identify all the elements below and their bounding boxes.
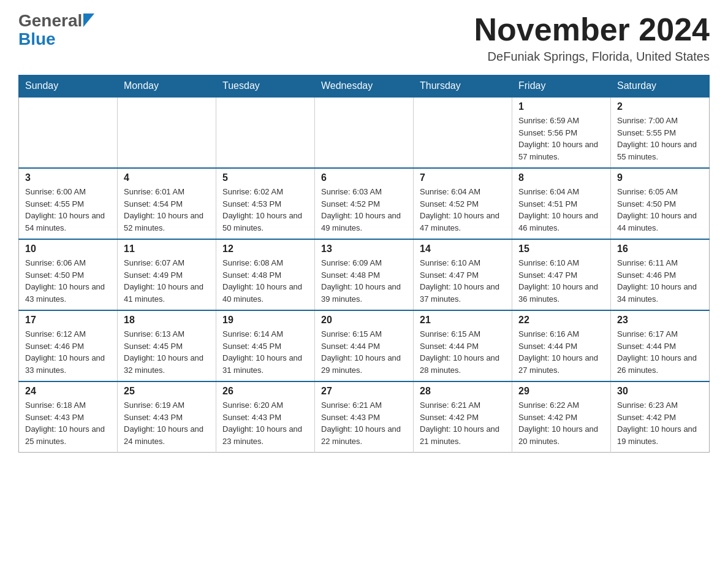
calendar-cell: 28Sunrise: 6:21 AMSunset: 4:42 PMDayligh…	[414, 381, 512, 453]
day-info: Sunrise: 6:59 AMSunset: 5:56 PMDaylight:…	[518, 115, 604, 163]
day-number: 2	[617, 101, 703, 112]
day-number: 22	[518, 315, 604, 326]
title-area: November 2024 DeFuniak Springs, Florida,…	[474, 12, 710, 64]
calendar-cell: 8Sunrise: 6:04 AMSunset: 4:51 PMDaylight…	[512, 168, 611, 239]
day-info: Sunrise: 6:19 AMSunset: 4:43 PMDaylight:…	[124, 399, 210, 447]
calendar-cell: 9Sunrise: 6:05 AMSunset: 4:50 PMDaylight…	[611, 168, 710, 239]
calendar-cell: 14Sunrise: 6:10 AMSunset: 4:47 PMDayligh…	[414, 239, 512, 310]
day-info: Sunrise: 6:09 AMSunset: 4:48 PMDaylight:…	[321, 257, 407, 305]
calendar-cell: 20Sunrise: 6:15 AMSunset: 4:44 PMDayligh…	[315, 310, 414, 381]
day-number: 7	[420, 172, 506, 183]
day-number: 21	[420, 315, 506, 326]
day-number: 9	[617, 172, 703, 183]
day-info: Sunrise: 6:03 AMSunset: 4:52 PMDaylight:…	[321, 186, 407, 234]
location-subtitle: DeFuniak Springs, Florida, United States	[474, 50, 710, 64]
calendar-week-row: 1Sunrise: 6:59 AMSunset: 5:56 PMDaylight…	[19, 97, 710, 168]
day-number: 14	[420, 243, 506, 255]
day-info: Sunrise: 6:04 AMSunset: 4:52 PMDaylight:…	[420, 186, 506, 234]
calendar-header-wednesday: Wednesday	[315, 75, 414, 98]
calendar-cell: 27Sunrise: 6:21 AMSunset: 4:43 PMDayligh…	[315, 381, 414, 453]
logo-general-text: General	[18, 12, 82, 29]
calendar-cell: 6Sunrise: 6:03 AMSunset: 4:52 PMDaylight…	[315, 168, 414, 239]
calendar-cell: 3Sunrise: 6:00 AMSunset: 4:55 PMDaylight…	[19, 168, 118, 239]
calendar-cell: 17Sunrise: 6:12 AMSunset: 4:46 PMDayligh…	[19, 310, 118, 381]
calendar-cell: 23Sunrise: 6:17 AMSunset: 4:44 PMDayligh…	[611, 310, 710, 381]
day-info: Sunrise: 6:05 AMSunset: 4:50 PMDaylight:…	[617, 186, 703, 234]
day-number: 16	[617, 243, 703, 255]
day-number: 25	[124, 386, 210, 397]
calendar-cell	[315, 97, 414, 168]
calendar-cell: 16Sunrise: 6:11 AMSunset: 4:46 PMDayligh…	[611, 239, 710, 310]
calendar-cell: 26Sunrise: 6:20 AMSunset: 4:43 PMDayligh…	[216, 381, 315, 453]
calendar-cell: 25Sunrise: 6:19 AMSunset: 4:43 PMDayligh…	[118, 381, 216, 453]
svg-marker-0	[83, 13, 94, 27]
day-number: 5	[222, 172, 308, 183]
day-number: 29	[518, 386, 604, 397]
calendar-header-sunday: Sunday	[19, 75, 118, 98]
header: General Blue November 2024 DeFuniak Spri…	[18, 12, 710, 64]
day-info: Sunrise: 6:16 AMSunset: 4:44 PMDaylight:…	[518, 328, 604, 376]
logo-arrow-icon	[83, 13, 94, 27]
day-info: Sunrise: 6:13 AMSunset: 4:45 PMDaylight:…	[124, 328, 210, 376]
day-number: 6	[321, 172, 407, 183]
day-info: Sunrise: 6:21 AMSunset: 4:43 PMDaylight:…	[321, 399, 407, 447]
calendar-cell: 21Sunrise: 6:15 AMSunset: 4:44 PMDayligh…	[414, 310, 512, 381]
logo-blue-text: Blue	[18, 29, 56, 48]
day-number: 28	[420, 386, 506, 397]
calendar-cell	[19, 97, 118, 168]
calendar-cell	[414, 97, 512, 168]
day-info: Sunrise: 7:00 AMSunset: 5:55 PMDaylight:…	[617, 115, 703, 163]
day-number: 26	[222, 386, 308, 397]
day-number: 30	[617, 386, 703, 397]
calendar-cell: 24Sunrise: 6:18 AMSunset: 4:43 PMDayligh…	[19, 381, 118, 453]
calendar-week-row: 3Sunrise: 6:00 AMSunset: 4:55 PMDaylight…	[19, 168, 710, 239]
day-info: Sunrise: 6:15 AMSunset: 4:44 PMDaylight:…	[420, 328, 506, 376]
calendar-week-row: 10Sunrise: 6:06 AMSunset: 4:50 PMDayligh…	[19, 239, 710, 310]
calendar-cell: 11Sunrise: 6:07 AMSunset: 4:49 PMDayligh…	[118, 239, 216, 310]
day-number: 27	[321, 386, 407, 397]
day-number: 24	[25, 386, 111, 397]
day-info: Sunrise: 6:18 AMSunset: 4:43 PMDaylight:…	[25, 399, 111, 447]
month-year-title: November 2024	[474, 12, 710, 47]
day-info: Sunrise: 6:12 AMSunset: 4:46 PMDaylight:…	[25, 328, 111, 376]
day-info: Sunrise: 6:02 AMSunset: 4:53 PMDaylight:…	[222, 186, 308, 234]
day-info: Sunrise: 6:20 AMSunset: 4:43 PMDaylight:…	[222, 399, 308, 447]
day-info: Sunrise: 6:17 AMSunset: 4:44 PMDaylight:…	[617, 328, 703, 376]
calendar-cell: 29Sunrise: 6:22 AMSunset: 4:42 PMDayligh…	[512, 381, 611, 453]
day-number: 20	[321, 315, 407, 326]
day-info: Sunrise: 6:11 AMSunset: 4:46 PMDaylight:…	[617, 257, 703, 305]
calendar-header-saturday: Saturday	[611, 75, 710, 98]
calendar-header-monday: Monday	[118, 75, 216, 98]
day-number: 18	[124, 315, 210, 326]
calendar-cell: 1Sunrise: 6:59 AMSunset: 5:56 PMDaylight…	[512, 97, 611, 168]
calendar-cell: 22Sunrise: 6:16 AMSunset: 4:44 PMDayligh…	[512, 310, 611, 381]
day-info: Sunrise: 6:15 AMSunset: 4:44 PMDaylight:…	[321, 328, 407, 376]
calendar-cell: 12Sunrise: 6:08 AMSunset: 4:48 PMDayligh…	[216, 239, 315, 310]
calendar-header-row: SundayMondayTuesdayWednesdayThursdayFrid…	[19, 75, 710, 98]
day-info: Sunrise: 6:10 AMSunset: 4:47 PMDaylight:…	[420, 257, 506, 305]
calendar-cell: 2Sunrise: 7:00 AMSunset: 5:55 PMDaylight…	[611, 97, 710, 168]
day-number: 4	[124, 172, 210, 183]
calendar-cell: 7Sunrise: 6:04 AMSunset: 4:52 PMDaylight…	[414, 168, 512, 239]
day-info: Sunrise: 6:04 AMSunset: 4:51 PMDaylight:…	[518, 186, 604, 234]
day-number: 13	[321, 243, 407, 255]
calendar-body: 1Sunrise: 6:59 AMSunset: 5:56 PMDaylight…	[19, 97, 710, 453]
day-info: Sunrise: 6:00 AMSunset: 4:55 PMDaylight:…	[25, 186, 111, 234]
calendar-header-friday: Friday	[512, 75, 611, 98]
day-number: 3	[25, 172, 111, 183]
calendar-week-row: 17Sunrise: 6:12 AMSunset: 4:46 PMDayligh…	[19, 310, 710, 381]
calendar-header-thursday: Thursday	[414, 75, 512, 98]
day-info: Sunrise: 6:06 AMSunset: 4:50 PMDaylight:…	[25, 257, 111, 305]
day-info: Sunrise: 6:01 AMSunset: 4:54 PMDaylight:…	[124, 186, 210, 234]
calendar-cell: 18Sunrise: 6:13 AMSunset: 4:45 PMDayligh…	[118, 310, 216, 381]
calendar-cell	[118, 97, 216, 168]
day-info: Sunrise: 6:10 AMSunset: 4:47 PMDaylight:…	[518, 257, 604, 305]
day-number: 12	[222, 243, 308, 255]
logo: General Blue	[18, 12, 94, 49]
calendar-cell: 15Sunrise: 6:10 AMSunset: 4:47 PMDayligh…	[512, 239, 611, 310]
calendar-week-row: 24Sunrise: 6:18 AMSunset: 4:43 PMDayligh…	[19, 381, 710, 453]
calendar-cell	[216, 97, 315, 168]
calendar-cell: 4Sunrise: 6:01 AMSunset: 4:54 PMDaylight…	[118, 168, 216, 239]
calendar-cell: 5Sunrise: 6:02 AMSunset: 4:53 PMDaylight…	[216, 168, 315, 239]
day-number: 10	[25, 243, 111, 255]
